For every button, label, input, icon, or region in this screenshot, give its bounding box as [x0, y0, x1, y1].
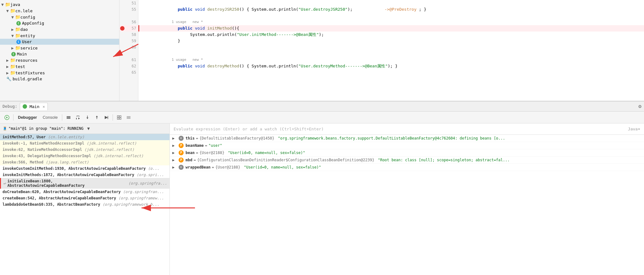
folder-icon: 📁	[10, 70, 15, 75]
var-value: "Root bean: class [null]; scope=singleto…	[375, 158, 509, 162]
stack-method: initializeBean:1800, AbstractAutowireCap…	[7, 179, 126, 188]
step-over-button[interactable]	[74, 113, 82, 122]
sidebar-item-resources[interactable]: ▶ 📁 resources	[0, 57, 119, 63]
sidebar-item-buildgradle[interactable]: 🔧 build.gradle	[0, 76, 119, 82]
sidebar-item-label: resources	[15, 58, 37, 63]
expand-icon[interactable]: ▶	[172, 158, 177, 162]
sidebar-item-test[interactable]: ▶ 📁 test	[0, 63, 119, 70]
stack-class: (cn.lele.entity)	[46, 135, 84, 139]
debug-main: 🧵 "main"@1 in group "main": RUNNING ▼ in…	[0, 123, 644, 275]
code-line-56: public void initMethod(){	[138, 19, 644, 25]
stack-frame-0[interactable]: initMethod:57, User (cn.lele.entity)	[0, 134, 169, 140]
stack-frame-3[interactable]: invoke:43, DelegatingMethodAccessorImpl …	[0, 153, 169, 159]
folder-icon: 📁	[10, 64, 15, 69]
debug-toolbar: Debugger Console	[0, 112, 644, 123]
sidebar-item-label: testFixtures	[15, 71, 45, 75]
chevron-right-icon: ▶	[6, 71, 9, 75]
settings-icon[interactable]: ⚙	[638, 103, 641, 109]
chevron-down-icon: ▼	[11, 33, 14, 38]
svg-rect-6	[76, 118, 77, 119]
sidebar-item-java[interactable]: ▼ 📁 java	[0, 1, 119, 8]
stack-frame-10[interactable]: lambda$doGetBean$0:335, AbstractBeanFact…	[0, 201, 169, 208]
expand-icon[interactable]: ▶	[172, 151, 177, 155]
close-tab-icon[interactable]: ×	[42, 104, 45, 109]
java-class-icon: C	[11, 52, 16, 56]
debug-main-tab[interactable]: Main ×	[20, 103, 48, 110]
language-selector[interactable]: Java▾	[628, 127, 640, 131]
stack-method: createBean:542, AbstractAutowireCapableB…	[3, 196, 116, 200]
grid-view-button[interactable]	[115, 113, 124, 122]
running-status: "main"@1 in group "main": RUNNING	[8, 126, 83, 131]
console-tab-btn[interactable]: Console	[40, 114, 60, 121]
var-row-this[interactable]: ▶ ≡ this = {DefaultListableBeanFactory@1…	[170, 135, 644, 142]
gutter-line-55: 55	[119, 6, 138, 13]
debugger-tab-btn[interactable]: Debugger	[15, 114, 40, 121]
rerun-button[interactable]	[3, 113, 11, 122]
var-value: "org.springframework.beans.factory.suppo…	[276, 136, 505, 140]
eval-bar[interactable]: Evaluate expression (Enter) or add a wat…	[170, 123, 644, 135]
stack-method: invoke:43, DelegatingMethodAccessorImpl	[3, 154, 91, 158]
gutter-line-56: 56	[119, 19, 138, 25]
sidebar-item-label: dao	[20, 27, 28, 32]
stack-class: (o...	[146, 166, 159, 171]
code-usage-61: 1 usage new *	[138, 50, 644, 57]
sidebar-item-service[interactable]: ▶ 📁 service	[0, 45, 119, 51]
gutter-line-56a	[119, 13, 138, 19]
stack-frame-9[interactable]: createBean:542, AbstractAutowireCapableB…	[0, 195, 169, 201]
variables-panel: Evaluate expression (Enter) or add a wat…	[170, 123, 644, 275]
stack-frame-4[interactable]: invoke:566, Method (java.lang.reflect)	[0, 159, 169, 165]
var-row-bean[interactable]: ▶ P bean = {User@2188} "User(id=0, name=…	[170, 149, 644, 157]
svg-marker-1	[6, 117, 8, 118]
sidebar-item-label: test	[15, 64, 25, 69]
expand-icon[interactable]: ▶	[172, 136, 177, 140]
var-row-beanname[interactable]: ▶ P beanName = "user"	[170, 142, 644, 149]
sidebar-item-appconfig[interactable]: C AppConfig	[0, 20, 119, 26]
var-type-icon: P	[179, 143, 184, 148]
sidebar-item-main[interactable]: C Main	[0, 51, 119, 57]
svg-rect-3	[67, 117, 70, 118]
chevron-right-icon: ▶	[11, 27, 14, 32]
code-editor[interactable]: public void destroyJSR250() { System.out…	[138, 0, 644, 101]
stack-frame-2[interactable]: invoke:62, NativeMethodAccessorImpl (jdk…	[0, 146, 169, 153]
expand-icon[interactable]: ▶	[172, 143, 177, 148]
var-row-mbd[interactable]: ▶ P mbd = {ConfigurationClassBeanDefinit…	[170, 157, 644, 164]
stack-method: invokeInitMethods:1872, AbstractAutowire…	[3, 173, 134, 177]
stack-frame-7[interactable]: ↩ initializeBean:1800, AbstractAutowireC…	[0, 178, 169, 189]
list-view-button[interactable]	[124, 113, 133, 122]
stack-method: invoke:62, NativeMethodAccessorImpl	[3, 147, 82, 152]
run-icon	[23, 104, 27, 109]
step-out-button[interactable]	[92, 113, 101, 122]
eval-placeholder: Evaluate expression (Enter) or add a wat…	[174, 127, 324, 131]
filter-button[interactable]: ▼	[85, 125, 92, 132]
var-value: "User(id=0, name=null, sex=false)"	[226, 151, 305, 155]
frames-icon[interactable]	[64, 113, 73, 122]
var-row-wrappedbean[interactable]: ▶ ≡ wrappedBean = {User@2188} "User(id=0…	[170, 164, 644, 171]
gutter-line-62: 62	[119, 63, 138, 69]
run-to-cursor-button[interactable]	[102, 113, 111, 122]
sidebar-item-testfixtures[interactable]: ▶ 📁 testFixtures	[0, 70, 119, 76]
stack-frame-6[interactable]: invokeInitMethods:1872, AbstractAutowire…	[0, 172, 169, 178]
sidebar-item-cn-lele[interactable]: ▼ 📁 cn.lele	[0, 8, 119, 14]
breakpoint-indicator[interactable]	[120, 26, 125, 31]
folder-icon: 📁	[15, 27, 20, 32]
sidebar-item-user[interactable]: C User	[0, 39, 119, 45]
stack-frame-5[interactable]: invokeCustomInitMethod:1930, AbstractAut…	[0, 165, 169, 172]
sidebar-item-dao[interactable]: ▶ 📁 dao	[0, 26, 119, 32]
stack-method: invoke:566, Method	[3, 160, 43, 164]
sidebar-item-label: java	[10, 2, 20, 7]
gutter-line-59: 59	[119, 38, 138, 44]
stack-frame-1[interactable]: invoke0:-1, NativeMethodAccessorImpl (jd…	[0, 140, 169, 146]
sidebar-item-config[interactable]: ▼ 📁 config	[0, 14, 119, 20]
sidebar-item-label: build.gradle	[13, 77, 42, 81]
sidebar-item-entity[interactable]: ▼ 📁 entity	[0, 32, 119, 39]
stack-frame-8[interactable]: doCreateBean:620, AbstractAutowireCapabl…	[0, 189, 169, 195]
step-into-button[interactable]	[83, 113, 92, 122]
var-type-icon: ≡	[179, 136, 184, 141]
svg-marker-10	[96, 116, 98, 117]
expand-icon[interactable]: ▶	[172, 165, 177, 169]
var-name: wrappedBean	[186, 165, 210, 169]
code-usage-56: 1 usage new *	[138, 13, 644, 19]
main-container: ▼ 📁 java ▼ 📁 cn.lele ▼ 📁 config C	[0, 0, 644, 275]
var-name: beanName	[186, 143, 204, 148]
toolbar-separator3	[113, 114, 113, 121]
